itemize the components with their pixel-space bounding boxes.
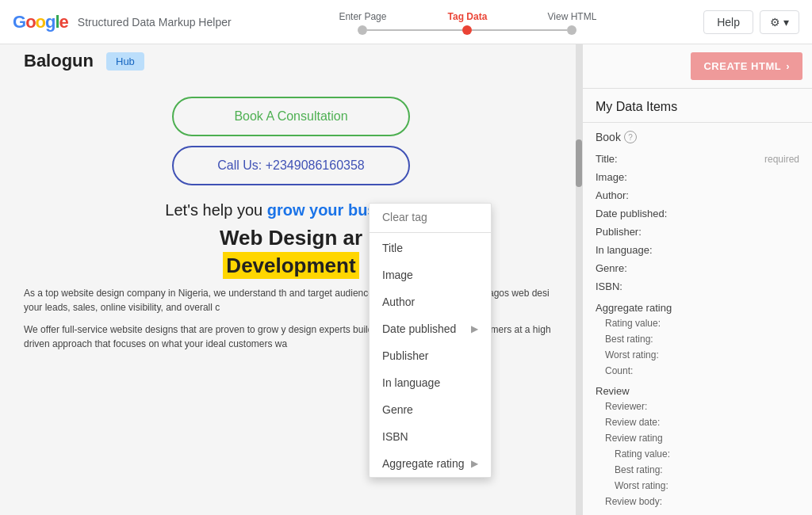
review-rating-row: Review rating (596, 430, 799, 446)
dropdown-isbn-item[interactable]: ISBN (370, 423, 491, 450)
cta-buttons: Book A Consultation Call Us: +2349086160… (24, 97, 558, 185)
field-isbn-label: ISBN: (596, 280, 622, 292)
step3-dot (567, 25, 576, 35)
field-publisher-label: Publisher: (596, 226, 642, 238)
dropdown-publisher-item[interactable]: Publisher (370, 342, 491, 369)
field-date-published: Date published: (596, 204, 799, 223)
google-logo: Google (13, 12, 68, 32)
dropdown-author-label: Author (382, 296, 415, 308)
step3-label: View HTML (548, 11, 597, 22)
book-label-text: Book (596, 131, 621, 143)
step1-label: Enter Page (339, 11, 386, 22)
call-us-button[interactable]: Call Us: +2349086160358 (172, 146, 410, 185)
dropdown-aggregate-label: Aggregate rating (382, 457, 465, 470)
field-in-language: In language: (596, 241, 799, 259)
field-author-label: Author: (596, 189, 629, 201)
create-chevron-icon: › (786, 60, 790, 72)
review-body-row: Review body: (596, 494, 799, 509)
field-title-label: Title: (596, 153, 618, 165)
dropdown-image-item[interactable]: Image (370, 261, 491, 288)
field-image-label: Image: (596, 171, 627, 183)
website-content: Balogun Hub Book A Consultation Call Us:… (0, 44, 582, 375)
step2-label: Tag Data (448, 11, 488, 22)
field-image: Image: (596, 168, 799, 186)
dropdown-title-item[interactable]: Title (370, 235, 491, 261)
scrollbar[interactable] (576, 44, 582, 515)
dropdown-divider (370, 232, 491, 233)
dropdown-publisher-label: Publisher (382, 349, 428, 362)
aggregate-rating-section: Aggregate rating (596, 302, 799, 314)
dropdown-title-label: Title (382, 242, 403, 254)
subheadline2-text: Development (223, 252, 358, 279)
dropdown-isbn-label: ISBN (382, 430, 408, 443)
step1-dot (358, 25, 367, 35)
dropdown-in-language-item[interactable]: In language (370, 369, 491, 396)
help-button[interactable]: Help (703, 10, 753, 34)
create-html-label: CREATE HTML (703, 60, 781, 72)
scrollbar-thumb[interactable] (576, 139, 582, 187)
clear-tag-item[interactable]: Clear tag (370, 204, 491, 231)
review-section: Review (596, 385, 799, 397)
dropdown-aggregate-rating-item[interactable]: Aggregate rating ▶ (370, 450, 491, 477)
worst-rating-row: Worst rating: (596, 347, 799, 363)
chevron-right-icon: ▶ (471, 323, 478, 334)
data-section: Book ? Title: required Image: Author: Da… (583, 123, 812, 515)
app-title: Structured Data Markup Helper (78, 16, 232, 29)
main-layout: Balogun Hub Book A Consultation Call Us:… (0, 44, 812, 515)
field-author: Author: (596, 186, 799, 204)
site-name: Balogun (24, 51, 94, 71)
field-title: Title: required (596, 150, 799, 168)
header: Google Structured Data Markup Helper Ent… (0, 0, 812, 44)
gear-icon: ⚙ (770, 16, 780, 29)
dropdown-genre-label: Genre (382, 403, 413, 416)
dropdown-date-label: Date published (382, 322, 456, 335)
logo-area: Google Structured Data Markup Helper (13, 12, 232, 32)
dropdown-author-item[interactable]: Author (370, 288, 491, 315)
create-html-area: CREATE HTML › (583, 44, 812, 89)
dropdown-date-published-item[interactable]: Date published ▶ (370, 315, 491, 342)
best-rating-row: Best rating: (596, 331, 799, 347)
settings-chevron: ▾ (783, 16, 789, 29)
book-help-icon[interactable]: ? (624, 131, 637, 143)
context-dropdown: Clear tag Title Image Author Date publis… (369, 203, 492, 478)
content-area: Balogun Hub Book A Consultation Call Us:… (0, 44, 582, 515)
field-genre-label: Genre: (596, 262, 627, 274)
dropdown-genre-item[interactable]: Genre (370, 396, 491, 423)
reviewer-row: Reviewer: (596, 399, 799, 414)
review-rating-value-row: Rating value: (596, 446, 799, 462)
field-publisher: Publisher: (596, 223, 799, 241)
step-line-2 (472, 29, 567, 31)
settings-button[interactable]: ⚙ ▾ (760, 10, 799, 34)
review-worst-rating-row: Worst rating: (596, 478, 799, 494)
site-header-bar: Balogun Hub (24, 44, 558, 81)
right-panel: CREATE HTML › My Data Items Book ? Title… (582, 44, 812, 515)
dropdown-language-label: In language (382, 376, 440, 389)
field-date-label: Date published: (596, 208, 667, 219)
count-row: Count: (596, 363, 799, 379)
dropdown-image-label: Image (382, 269, 413, 281)
review-date-row: Review date: (596, 414, 799, 430)
book-consultation-button[interactable]: Book A Consultation (172, 97, 410, 136)
header-buttons: Help ⚙ ▾ (703, 10, 799, 34)
my-data-title: My Data Items (583, 89, 812, 123)
book-label-row: Book ? (596, 131, 799, 143)
create-html-button[interactable]: CREATE HTML › (691, 52, 802, 80)
field-genre: Genre: (596, 259, 799, 277)
step2-dot (462, 25, 472, 35)
field-isbn: ISBN: (596, 277, 799, 296)
site-nav-hub: Hub (106, 52, 144, 71)
field-title-value: required (764, 154, 799, 165)
step-line-1 (367, 29, 462, 31)
rating-value-row: Rating value: (596, 315, 799, 331)
review-best-rating-row: Best rating: (596, 462, 799, 478)
headline-text: Let's help you (165, 201, 262, 219)
chevron-right-icon-2: ▶ (471, 458, 478, 469)
progress-area: Enter Page Tag Data View HTML (232, 10, 704, 35)
field-language-label: In language: (596, 244, 653, 256)
